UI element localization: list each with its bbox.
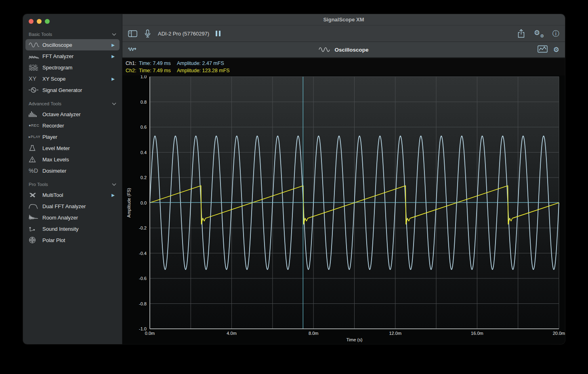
sidebar-item-label: Sound Intensity bbox=[42, 226, 116, 232]
octave-bars-icon bbox=[29, 111, 42, 117]
scope-settings-gear-button[interactable]: ⚙ bbox=[553, 46, 559, 53]
sidebar-item-label: Spectrogram bbox=[42, 65, 116, 71]
pause-button[interactable] bbox=[216, 31, 220, 36]
scope-title: Oscilloscope bbox=[334, 47, 368, 53]
sidebar-item-multitool[interactable]: MultiTool ▶ bbox=[25, 189, 120, 201]
settings-gears-button[interactable]: ⚙ ⚙ bbox=[534, 29, 544, 38]
oscilloscope-chart[interactable]: 1.00.80.60.40.20.0-0.2-0.4-0.6-0.8-1.00.… bbox=[122, 75, 565, 344]
sidebar-item-oscilloscope[interactable]: Oscilloscope ▶ bbox=[25, 39, 120, 50]
ch1-label: Ch1: bbox=[126, 61, 139, 66]
run-tool-play-icon[interactable]: ▶ bbox=[111, 54, 116, 59]
sidebar-item-label: Room Analyzer bbox=[42, 215, 116, 221]
oscilloscope-header: Oscilloscope ⚙ bbox=[122, 42, 565, 58]
microphone-input-button[interactable] bbox=[145, 29, 151, 38]
svg-text:-0.4: -0.4 bbox=[139, 251, 147, 256]
oscilloscope-plot[interactable]: 1.00.80.60.40.20.0-0.2-0.4-0.6-0.8-1.00.… bbox=[122, 75, 565, 344]
run-tool-play-icon[interactable]: ▶ bbox=[111, 77, 116, 81]
main-toolbar: ADI-2 Pro (57760297) ⚙ ⚙ ⓘ bbox=[122, 25, 565, 42]
chart-display-button[interactable] bbox=[538, 45, 548, 54]
section-label: Pro Tools bbox=[29, 182, 112, 187]
sidebar-item-label: Recorder bbox=[42, 123, 116, 129]
sidebar-item-fft-analyzer[interactable]: FFT Analyzer ▶ bbox=[25, 50, 120, 62]
svg-text:1.0: 1.0 bbox=[141, 75, 147, 79]
readout-ch1: Ch1: Time: 7.49 ms Amplitude: 2.47 mFS bbox=[126, 60, 565, 67]
cursor-readout: Ch1: Time: 7.49 ms Amplitude: 2.47 mFS C… bbox=[122, 58, 565, 75]
run-tool-play-icon[interactable]: ▶ bbox=[111, 43, 116, 47]
sidebar-item-player[interactable]: ▸PLAY Player bbox=[25, 131, 120, 142]
sidebar-item-label: Signal Generator bbox=[42, 87, 116, 93]
sidebar-item-label: XY Scope bbox=[42, 76, 111, 82]
axes-arrows-icon bbox=[29, 226, 42, 232]
zoom-window-button[interactable] bbox=[45, 19, 50, 24]
level-meter-flask-icon bbox=[29, 145, 42, 151]
sidebar-item-label: FFT Analyzer bbox=[42, 53, 111, 59]
svg-text:-0.8: -0.8 bbox=[139, 301, 147, 306]
fft-peaks-icon bbox=[29, 53, 42, 59]
svg-text:20.0m: 20.0m bbox=[553, 331, 565, 336]
sine-wave-icon bbox=[29, 42, 42, 48]
sidebar-section-advanced-tools[interactable]: Advanced Tools bbox=[23, 99, 122, 109]
sine-wave-icon bbox=[319, 47, 331, 52]
ch1-amplitude-value: Amplitude: 2.47 mFS bbox=[177, 61, 224, 66]
multitool-x-icon bbox=[29, 192, 42, 198]
section-label: Advanced Tools bbox=[29, 101, 112, 106]
minimize-window-button[interactable] bbox=[37, 19, 42, 24]
chevron-down-icon bbox=[112, 102, 116, 105]
section-label: Basic Tools bbox=[29, 32, 112, 37]
readout-ch2: Ch2: Time: 7.49 ms Amplitude: 123.28 mFS bbox=[126, 67, 565, 74]
chevron-down-icon bbox=[112, 183, 116, 186]
dosimeter-text-icon: %D bbox=[29, 167, 42, 174]
app-window: Basic Tools Oscilloscope ▶ FFT Analyzer … bbox=[23, 14, 565, 344]
share-button[interactable] bbox=[517, 29, 525, 38]
sidebar-item-label: Dual FFT Analyzer bbox=[42, 203, 116, 209]
sidebar-item-max-levels[interactable]: Max Levels bbox=[25, 154, 120, 165]
sidebar-item-dosimeter[interactable]: %D Dosimeter bbox=[25, 165, 120, 176]
sidebar-item-recorder[interactable]: ●REC Recorder bbox=[25, 120, 120, 131]
sidebar-item-room-analyzer[interactable]: Room Analyzer bbox=[25, 212, 120, 223]
sidebar-item-label: Dosimeter bbox=[42, 168, 116, 174]
sidebar-item-dual-fft-analyzer[interactable]: Dual FFT Analyzer bbox=[25, 201, 120, 212]
sidebar-item-level-meter[interactable]: Level Meter bbox=[25, 142, 120, 154]
sidebar-item-label: Polar Plot bbox=[42, 237, 116, 243]
sidebar-item-signal-generator[interactable]: Signal Generator bbox=[25, 84, 120, 96]
sidebar-section-basic-tools[interactable]: Basic Tools bbox=[23, 29, 122, 39]
close-window-button[interactable] bbox=[29, 19, 34, 24]
device-selector[interactable]: ADI-2 Pro (57760297) bbox=[158, 31, 209, 37]
sidebar: Basic Tools Oscilloscope ▶ FFT Analyzer … bbox=[23, 14, 122, 344]
main-panel: SignalScope XM ADI-2 Pro (57760297) ⚙ ⚙ … bbox=[122, 14, 565, 344]
sidebar-item-label: MultiTool bbox=[42, 192, 111, 198]
svg-text:12.0m: 12.0m bbox=[389, 331, 402, 336]
play-text-icon: ▸PLAY bbox=[29, 135, 42, 139]
sidebar-item-label: Level Meter bbox=[42, 145, 116, 151]
ch1-time-value: Time: 7.49 ms bbox=[139, 61, 177, 66]
window-titlebar: SignalScope XM bbox=[122, 14, 565, 25]
input-signal-icon[interactable] bbox=[128, 46, 138, 54]
sidebar-item-label: Oscilloscope bbox=[42, 42, 111, 48]
response-curve-icon bbox=[29, 203, 42, 209]
svg-text:0.0m: 0.0m bbox=[145, 331, 155, 336]
sidebar-item-polar-plot[interactable]: Polar Plot bbox=[25, 234, 120, 246]
run-tool-play-icon[interactable]: ▶ bbox=[111, 193, 116, 197]
decay-wave-icon bbox=[29, 214, 42, 221]
polar-target-icon bbox=[29, 236, 42, 244]
rec-text-icon: ●REC bbox=[29, 123, 42, 127]
window-title: SignalScope XM bbox=[323, 17, 364, 23]
svg-text:4.0m: 4.0m bbox=[227, 331, 236, 336]
sidebar-item-label: Max Levels bbox=[42, 157, 116, 163]
scope-title-group: Oscilloscope bbox=[122, 47, 565, 53]
info-button[interactable]: ⓘ bbox=[552, 30, 559, 37]
sidebar-item-sound-intensity[interactable]: Sound Intensity bbox=[25, 223, 120, 234]
xy-text-icon: XY bbox=[29, 75, 42, 82]
sidebar-item-octave-analyzer[interactable]: Octave Analyzer bbox=[25, 109, 120, 120]
ch2-time-value: Time: 7.49 ms bbox=[139, 68, 177, 73]
svg-text:0.6: 0.6 bbox=[141, 125, 147, 130]
sidebar-section-pro-tools[interactable]: Pro Tools bbox=[23, 180, 122, 189]
sidebar-item-label: Player bbox=[42, 134, 116, 140]
sidebar-item-xy-scope[interactable]: XY XY Scope ▶ bbox=[25, 73, 120, 84]
sidebar-toggle-button[interactable] bbox=[128, 30, 137, 37]
window-controls bbox=[23, 17, 122, 29]
svg-text:16.0m: 16.0m bbox=[471, 331, 483, 336]
sidebar-item-spectrogram[interactable]: Spectrogram bbox=[25, 62, 120, 73]
svg-text:Time (s): Time (s) bbox=[346, 337, 363, 342]
signal-generator-icon bbox=[29, 87, 42, 93]
